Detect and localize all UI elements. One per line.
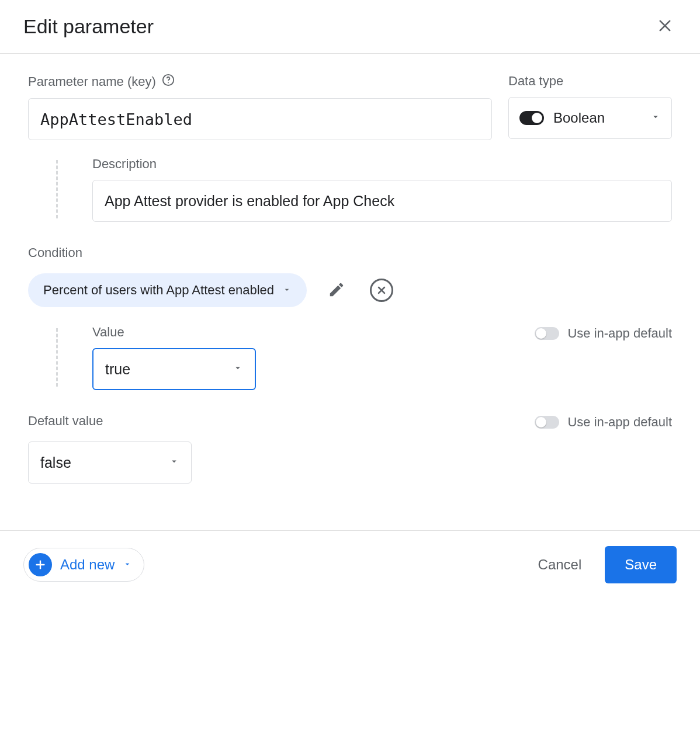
description-label: Description xyxy=(92,157,157,172)
data-type-label: Data type xyxy=(508,74,563,89)
default-value-select[interactable]: false xyxy=(28,441,192,484)
boolean-icon xyxy=(519,111,544,125)
chevron-down-icon xyxy=(169,456,179,469)
default-value-section: Default value false Use in-app default xyxy=(28,413,672,484)
param-row: Parameter name (key) Data type Boolean xyxy=(28,74,672,140)
condition-value: true xyxy=(105,361,130,378)
add-new-label: Add new xyxy=(60,557,115,573)
close-button[interactable] xyxy=(653,14,677,39)
dialog-footer: Add new Cancel Save xyxy=(0,530,700,603)
pencil-icon xyxy=(328,291,345,300)
value-label: Value xyxy=(92,325,124,340)
condition-chip[interactable]: Percent of users with App Attest enabled xyxy=(28,273,307,307)
default-use-default-label: Use in-app default xyxy=(567,415,672,430)
close-icon xyxy=(657,27,673,36)
chevron-down-icon xyxy=(233,363,243,376)
default-value-label: Default value xyxy=(28,413,192,429)
svg-point-3 xyxy=(168,82,169,84)
data-type-value: Boolean xyxy=(553,110,605,126)
param-name-label-row: Parameter name (key) xyxy=(28,74,492,90)
save-button[interactable]: Save xyxy=(605,546,677,583)
help-icon[interactable] xyxy=(162,74,175,90)
param-name-label: Parameter name (key) xyxy=(28,74,156,89)
param-name-input[interactable] xyxy=(28,98,492,140)
condition-use-default-label: Use in-app default xyxy=(567,326,672,341)
chevron-down-icon xyxy=(123,559,132,571)
data-type-field: Data type Boolean xyxy=(508,74,672,139)
condition-chip-text: Percent of users with App Attest enabled xyxy=(43,283,274,298)
condition-label: Condition xyxy=(28,245,672,260)
default-use-default-toggle[interactable] xyxy=(535,416,559,429)
description-section: Description xyxy=(56,157,672,222)
add-new-button[interactable]: Add new xyxy=(23,548,144,582)
dialog-title: Edit parameter xyxy=(23,15,154,38)
cancel-button[interactable]: Cancel xyxy=(532,550,588,580)
condition-value-section: Value true Use in-app default xyxy=(56,325,672,390)
condition-use-default-toggle[interactable] xyxy=(535,327,559,340)
chevron-down-icon xyxy=(282,283,292,298)
default-value: false xyxy=(40,454,71,471)
chevron-down-icon xyxy=(650,112,661,124)
dialog-header: Edit parameter xyxy=(0,0,700,54)
description-input[interactable] xyxy=(92,180,672,222)
condition-row: Percent of users with App Attest enabled xyxy=(28,273,672,307)
default-use-default-toggle-row: Use in-app default xyxy=(535,415,672,430)
data-type-select[interactable]: Boolean xyxy=(508,97,672,139)
param-name-field: Parameter name (key) xyxy=(28,74,492,140)
condition-use-default-toggle-row: Use in-app default xyxy=(535,326,672,341)
condition-value-select[interactable]: true xyxy=(92,348,256,390)
plus-icon xyxy=(29,553,52,576)
edit-condition-button[interactable] xyxy=(324,277,349,304)
dialog-content: Parameter name (key) Data type Boolean xyxy=(0,54,700,507)
close-circle-icon xyxy=(370,279,393,302)
remove-condition-button[interactable] xyxy=(366,275,397,305)
